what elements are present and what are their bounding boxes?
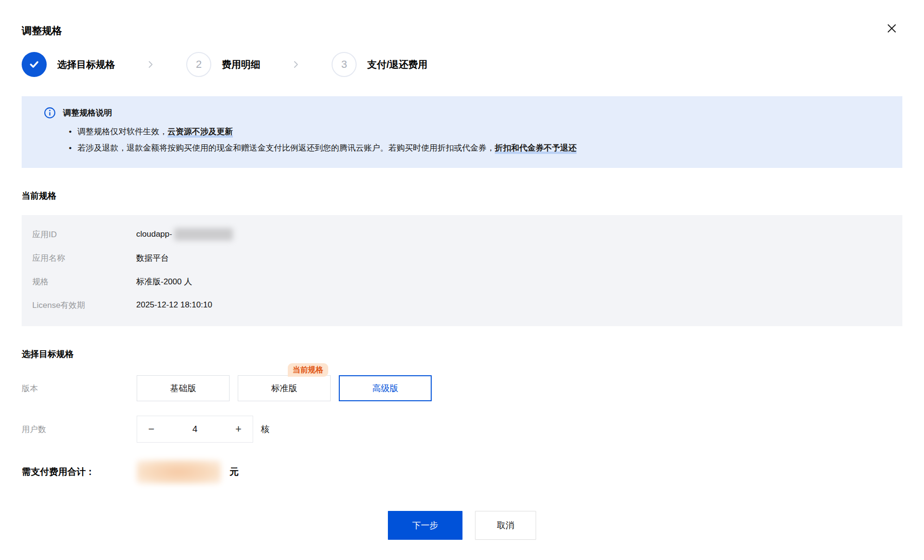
spec-value: 数据平台 — [136, 253, 169, 264]
spec-label: License有效期 — [32, 300, 136, 311]
version-option-standard[interactable]: 标准版当前规格 — [238, 375, 331, 401]
close-icon — [886, 23, 897, 34]
total-fee-label: 需支付费用合计： — [22, 466, 137, 478]
dialog-title: 调整规格 — [22, 24, 62, 38]
notice-list: 调整规格仅对软件生效，云资源不涉及更新 若涉及退款，退款金额将按购买使用的现金和… — [69, 124, 888, 156]
dialog-header: 调整规格 — [22, 0, 902, 38]
spec-label: 规格 — [32, 276, 136, 287]
step-1-label: 选择目标规格 — [57, 58, 115, 71]
chevron-right-icon — [148, 60, 154, 69]
spec-row-spec: 规格 标准版-2000 人 — [32, 275, 891, 288]
user-count-label: 用户数 — [22, 424, 137, 435]
step-3-circle: 3 — [332, 52, 357, 77]
step-3-label: 支付/退还费用 — [367, 58, 428, 71]
current-spec-heading: 当前规格 — [22, 190, 902, 202]
notice-title: 调整规格说明 — [63, 107, 112, 118]
user-count-stepper: − 4 + — [137, 416, 253, 443]
notice-title-row: 调整规格说明 — [44, 107, 888, 119]
spec-value: cloudapp- — [136, 228, 233, 241]
spec-value: 2025-12-12 18:10:10 — [136, 300, 212, 310]
step-2-label: 费用明细 — [222, 58, 260, 71]
step-2-circle: 2 — [186, 52, 211, 77]
step-1-circle — [22, 52, 47, 77]
notice-bullet-2-text: 若涉及退款，退款金额将按购买使用的现金和赠送金支付比例返还到您的腾讯云账户。若购… — [77, 143, 495, 153]
step-3: 3 支付/退还费用 — [332, 52, 428, 77]
stepper-decrease-button[interactable]: − — [137, 416, 166, 443]
version-option-basic[interactable]: 基础版 — [137, 375, 230, 401]
notice-banner: 调整规格说明 调整规格仅对软件生效，云资源不涉及更新 若涉及退款，退款金额将按购… — [22, 96, 902, 168]
step-indicator: 选择目标规格 2 费用明细 3 支付/退还费用 — [22, 52, 902, 77]
notice-bullet-1-emphasis: 云资源不涉及更新 — [167, 127, 233, 138]
stepper-increase-button[interactable]: + — [224, 416, 253, 443]
spec-row-license: License有效期 2025-12-12 18:10:10 — [32, 298, 891, 312]
total-fee-unit: 元 — [230, 466, 239, 478]
notice-bullet-2-emphasis: 折扣和代金券不予退还 — [495, 143, 577, 154]
redacted-app-id — [174, 228, 233, 241]
spec-value: 标准版-2000 人 — [136, 276, 192, 287]
spec-label: 应用名称 — [32, 253, 136, 264]
step-1: 选择目标规格 — [22, 52, 115, 77]
user-count-row: 用户数 − 4 + 核 — [22, 416, 902, 443]
spec-row-app-name: 应用名称 数据平台 — [32, 251, 891, 265]
close-button[interactable] — [885, 21, 899, 36]
version-row: 版本 基础版 标准版当前规格 高级版 — [22, 375, 902, 401]
current-spec-badge: 当前规格 — [288, 363, 328, 377]
spec-row-app-id: 应用ID cloudapp- — [32, 228, 891, 241]
dialog-footer: 下一步 取消 — [22, 511, 902, 540]
version-option-standard-label: 标准版 — [271, 383, 297, 393]
version-option-advanced[interactable]: 高级版 — [339, 375, 432, 401]
redacted-total-amount — [137, 460, 221, 484]
chevron-right-icon — [293, 60, 299, 69]
spec-label: 应用ID — [32, 229, 136, 240]
cancel-button[interactable]: 取消 — [475, 511, 536, 540]
app-id-prefix: cloudapp- — [136, 229, 172, 239]
total-fee-row: 需支付费用合计： 元 — [22, 460, 902, 484]
notice-bullet-1-text: 调整规格仅对软件生效， — [77, 127, 167, 136]
info-icon — [44, 107, 56, 119]
check-icon — [28, 58, 40, 71]
user-count-unit: 核 — [261, 423, 270, 435]
version-options: 基础版 标准版当前规格 高级版 — [137, 375, 440, 401]
target-spec-heading: 选择目标规格 — [22, 348, 902, 360]
next-step-button[interactable]: 下一步 — [388, 511, 462, 540]
notice-bullet-2: 若涉及退款，退款金额将按购买使用的现金和赠送金支付比例返还到您的腾讯云账户。若购… — [69, 140, 888, 156]
step-2: 2 费用明细 — [186, 52, 260, 77]
notice-bullet-1: 调整规格仅对软件生效，云资源不涉及更新 — [69, 124, 888, 140]
user-count-value[interactable]: 4 — [166, 416, 224, 443]
version-label: 版本 — [22, 383, 137, 394]
current-spec-box: 应用ID cloudapp- 应用名称 数据平台 规格 标准版-2000 人 L… — [22, 215, 902, 326]
adjust-spec-dialog: 调整规格 选择目标规格 2 费用明细 3 支付/退还费用 — [0, 0, 924, 560]
